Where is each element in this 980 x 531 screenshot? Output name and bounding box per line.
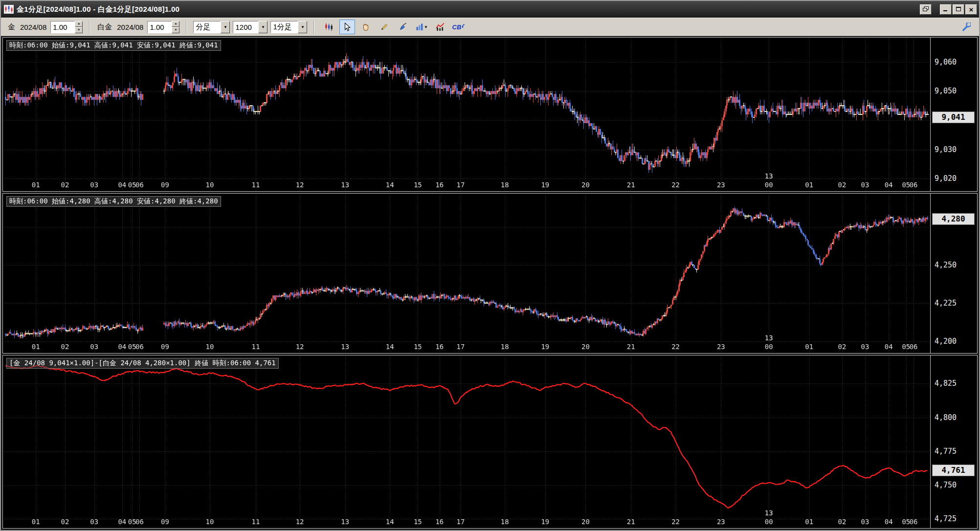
x-axis-label: 22 bbox=[671, 518, 680, 526]
x-axis-label: 12 bbox=[296, 518, 304, 526]
platinum-label: 白金 bbox=[97, 22, 112, 32]
x-axis-label: 06 bbox=[910, 518, 918, 526]
popout-window-button[interactable] bbox=[920, 4, 932, 15]
x-axis-label: 22 bbox=[671, 343, 680, 351]
x-axis-label: 04 bbox=[885, 343, 893, 351]
chart-style-button[interactable] bbox=[321, 20, 336, 34]
platinum-last-price-badge: 4,280 bbox=[932, 213, 975, 225]
trendline-tool-button[interactable] bbox=[377, 20, 392, 34]
x-axis-label: 02 bbox=[838, 181, 846, 189]
x-axis-label: 16 bbox=[435, 518, 444, 526]
platinum-plot-area[interactable]: 時刻:06:00 始値:4,280 高値:4,280 安値:4,280 終値:4… bbox=[4, 195, 930, 352]
pan-tool-button[interactable] bbox=[358, 20, 374, 34]
y-axis-label: 9,030 bbox=[935, 145, 957, 154]
x-axis-label: 19 bbox=[541, 343, 549, 351]
spread-price-axis[interactable]: 4,761 4,8254,8004,7754,7504,725 bbox=[930, 355, 977, 528]
x-axis-label: 03 bbox=[861, 518, 869, 526]
toolbar-separator bbox=[89, 21, 90, 34]
x-axis-label: 11 bbox=[252, 343, 260, 351]
x-axis-label: 00 bbox=[765, 343, 773, 351]
x-axis-label: 11 bbox=[252, 181, 260, 189]
gold-ohlc-info: 時刻:06:00 始値:9,041 高値:9,041 安値:9,041 終値:9… bbox=[6, 40, 221, 51]
x-axis-label: 03 bbox=[90, 518, 98, 526]
x-axis-label: 01 bbox=[805, 181, 813, 189]
bar-chart-icon bbox=[416, 23, 423, 31]
platinum-price-axis[interactable]: 4,280 4,2504,2254,200 bbox=[930, 194, 977, 353]
chart-type-value[interactable] bbox=[193, 21, 221, 33]
platinum-multiplier-up-button[interactable]: ▲ bbox=[172, 21, 179, 27]
gold-multiplier-up-button[interactable]: ▲ bbox=[75, 21, 83, 27]
x-axis-label: 12 bbox=[296, 343, 304, 351]
close-icon: × bbox=[969, 5, 974, 14]
gold-candles-canvas[interactable] bbox=[4, 39, 930, 190]
x-axis-label: 06 bbox=[135, 181, 144, 189]
date-marker: 13 bbox=[765, 334, 773, 342]
indicator-chart-button[interactable] bbox=[432, 20, 448, 34]
y-axis-label: 4,750 bbox=[935, 481, 957, 489]
toolbar-separator bbox=[186, 21, 187, 34]
x-axis-label: 01 bbox=[32, 343, 40, 351]
y-axis-label: 4,800 bbox=[935, 413, 957, 422]
wrench-icon bbox=[962, 22, 971, 31]
platinum-contract-month: 2024/08 bbox=[117, 23, 143, 31]
maximize-button[interactable] bbox=[953, 4, 964, 15]
settings-button[interactable] bbox=[958, 20, 974, 34]
y-axis-label: 4,250 bbox=[935, 261, 957, 269]
bar-count-combo: ▼ bbox=[233, 21, 267, 33]
x-axis-label: 18 bbox=[501, 343, 509, 351]
y-axis-label: 4,200 bbox=[935, 337, 957, 346]
platinum-multiplier-input[interactable] bbox=[147, 21, 172, 33]
close-button[interactable]: × bbox=[965, 4, 977, 15]
toolbar-separator bbox=[313, 21, 314, 34]
gold-multiplier-stepper: ▲ ▼ bbox=[50, 21, 83, 33]
interval-dropdown-button[interactable]: ▼ bbox=[298, 21, 307, 33]
bar-count-value[interactable] bbox=[233, 21, 258, 33]
select-tool-button[interactable] bbox=[339, 20, 355, 34]
spread-last-value-badge: 4,761 bbox=[932, 465, 975, 476]
x-axis-label: 21 bbox=[627, 181, 635, 189]
x-axis-label: 22 bbox=[671, 181, 680, 189]
chart-type-combo: ▼ bbox=[193, 21, 230, 33]
spread-line-canvas[interactable] bbox=[4, 356, 930, 527]
x-axis-label: 15 bbox=[414, 181, 422, 189]
draw-tool-button[interactable] bbox=[395, 20, 411, 34]
platinum-candles-canvas[interactable] bbox=[4, 195, 930, 352]
x-axis-label: 06 bbox=[910, 181, 918, 189]
x-axis-label: 04 bbox=[118, 518, 126, 526]
gold-multiplier-input[interactable] bbox=[50, 21, 75, 33]
y-axis-label: 9,050 bbox=[935, 87, 957, 95]
title-bar[interactable]: 金1分足[2024/08]1.00 - 白金1分足[2024/08]1.00 bbox=[1, 1, 979, 18]
x-axis-label: 20 bbox=[581, 181, 590, 189]
gold-price-axis[interactable]: 9,041 9,0609,0509,0309,020 bbox=[930, 38, 977, 191]
cb-tool-button[interactable]: CB bbox=[451, 20, 467, 34]
y-axis-label: 4,775 bbox=[935, 447, 957, 456]
minimize-button[interactable] bbox=[940, 4, 952, 15]
gold-multiplier-down-button[interactable]: ▼ bbox=[75, 27, 83, 33]
x-axis-label: 03 bbox=[861, 181, 869, 189]
gold-plot-area[interactable]: 時刻:06:00 始値:9,041 高値:9,041 安値:9,041 終値:9… bbox=[4, 39, 930, 190]
bar-count-dropdown-button[interactable]: ▼ bbox=[258, 21, 267, 33]
app-window: 金1分足[2024/08]1.00 - 白金1分足[2024/08]1.00 bbox=[0, 0, 980, 531]
x-axis-label: 06 bbox=[910, 343, 918, 351]
bar-chart-menu-button[interactable]: ▼ bbox=[414, 20, 429, 34]
x-axis-label: 20 bbox=[581, 343, 590, 351]
y-axis-label: 9,060 bbox=[935, 58, 957, 66]
minimize-icon bbox=[943, 6, 949, 13]
date-marker: 13 bbox=[765, 172, 773, 180]
interval-value[interactable] bbox=[270, 21, 298, 33]
select-tool-icon bbox=[343, 22, 352, 31]
platinum-multiplier-down-button[interactable]: ▼ bbox=[172, 27, 179, 33]
x-axis-label: 17 bbox=[457, 181, 465, 189]
x-axis-label: 10 bbox=[205, 181, 214, 189]
x-axis-label: 01 bbox=[32, 518, 40, 526]
pen-tool-icon bbox=[399, 22, 407, 31]
y-axis-label: 9,020 bbox=[935, 174, 957, 183]
chart-type-dropdown-button[interactable]: ▼ bbox=[221, 21, 230, 33]
chart-area: 時刻:06:00 始値:9,041 高値:9,041 安値:9,041 終値:9… bbox=[1, 36, 979, 530]
x-axis-label: 17 bbox=[457, 518, 465, 526]
x-axis-label: 17 bbox=[457, 343, 465, 351]
x-axis-label: 21 bbox=[627, 518, 635, 526]
x-axis-label: 15 bbox=[414, 343, 422, 351]
x-axis-label: 13 bbox=[341, 343, 349, 351]
spread-plot-area[interactable]: [金 24/08 9,041×1.00]-[白金 24/08 4,280×1.0… bbox=[4, 356, 930, 527]
